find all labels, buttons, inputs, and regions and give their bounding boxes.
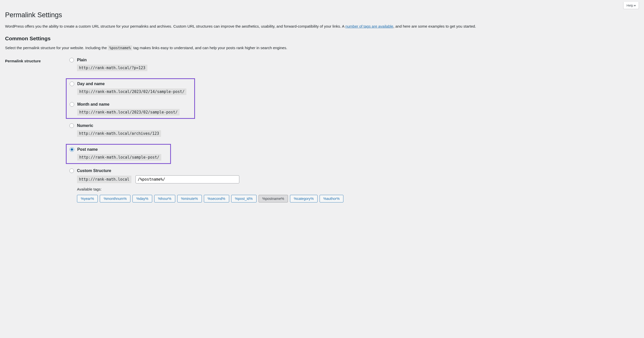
option-numeric-url: http://rank-math.local/archives/123	[77, 130, 161, 137]
option-monthname-label: Month and name	[77, 102, 109, 107]
tag-button-monthnum[interactable]: %monthnum%	[100, 195, 130, 202]
option-postname-label: Post name	[77, 147, 98, 152]
option-custom-label: Custom Structure	[77, 168, 111, 173]
permalink-structure-label: Permalink structure	[5, 56, 68, 207]
available-tags-row: %year%%monthnum%%day%%hour%%minute%%seco…	[77, 195, 636, 202]
radio-postname[interactable]	[70, 147, 74, 152]
custom-structure-input[interactable]	[135, 175, 239, 183]
option-dayname-label: Day and name	[77, 82, 105, 86]
option-monthname: Month and name http://rank-math.local/20…	[67, 102, 193, 116]
help-tab[interactable]: Help	[623, 2, 639, 9]
option-plain-url: http://rank-math.local/?p=123	[77, 65, 147, 71]
radio-monthname[interactable]	[70, 102, 74, 107]
intro-text-pre: WordPress offers you the ability to crea…	[5, 24, 345, 28]
option-numeric: Numeric http://rank-math.local/archives/…	[68, 123, 636, 137]
option-dayname-url: http://rank-math.local/2023/02/14/sample…	[77, 88, 186, 95]
option-monthname-url: http://rank-math.local/2023/02/sample-po…	[77, 109, 180, 116]
option-numeric-label-wrap[interactable]: Numeric	[69, 123, 93, 128]
common-settings-desc: Select the permalink structure for your …	[5, 45, 639, 51]
tags-available-link[interactable]: number of tags are available	[345, 24, 393, 28]
radio-numeric[interactable]	[69, 123, 74, 128]
intro-paragraph: WordPress offers you the ability to crea…	[5, 24, 639, 29]
desc-pre: Select the permalink structure for your …	[5, 46, 108, 50]
option-numeric-label: Numeric	[77, 123, 93, 128]
tag-button-hour[interactable]: %hour%	[154, 195, 175, 202]
tag-button-minute[interactable]: %minute%	[177, 195, 202, 202]
highlight-day-month: Day and name http://rank-math.local/2023…	[66, 78, 195, 119]
tag-button-second[interactable]: %second%	[204, 195, 229, 202]
desc-post: tag makes links easy to understand, and …	[132, 46, 287, 50]
option-postname-url: http://rank-math.local/sample-post/	[77, 154, 161, 161]
custom-base-url: http://rank-math.local	[77, 176, 131, 183]
tag-button-category[interactable]: %category%	[290, 195, 318, 202]
option-dayname-label-wrap[interactable]: Day and name	[70, 82, 105, 86]
option-plain-label: Plain	[77, 58, 87, 62]
radio-custom[interactable]	[69, 168, 74, 173]
option-postname: Post name http://rank-math.local/sample-…	[67, 147, 169, 161]
tag-button-post_id[interactable]: %post_id%	[231, 195, 257, 202]
option-custom: Custom Structure http://rank-math.local …	[68, 168, 636, 202]
radio-dayname[interactable]	[70, 82, 74, 86]
tag-button-day[interactable]: %day%	[132, 195, 152, 202]
option-monthname-label-wrap[interactable]: Month and name	[70, 102, 109, 107]
option-custom-label-wrap[interactable]: Custom Structure	[69, 168, 111, 173]
option-plain: Plain http://rank-math.local/?p=123	[68, 58, 636, 71]
available-tags-label: Available tags:	[77, 187, 636, 191]
highlight-postname: Post name http://rank-math.local/sample-…	[66, 144, 171, 164]
desc-code: %postname%	[108, 45, 132, 50]
option-postname-label-wrap[interactable]: Post name	[70, 147, 98, 152]
radio-plain[interactable]	[69, 58, 74, 62]
tag-button-year[interactable]: %year%	[77, 195, 98, 202]
tag-button-author[interactable]: %author%	[320, 195, 344, 202]
option-plain-label-wrap[interactable]: Plain	[69, 58, 87, 62]
option-dayname: Day and name http://rank-math.local/2023…	[67, 82, 193, 95]
page-title: Permalink Settings	[5, 11, 639, 19]
intro-text-post: , and here are some examples to get you …	[393, 24, 476, 28]
tag-button-postname[interactable]: %postname%	[259, 195, 288, 202]
common-settings-heading: Common Settings	[5, 35, 639, 42]
